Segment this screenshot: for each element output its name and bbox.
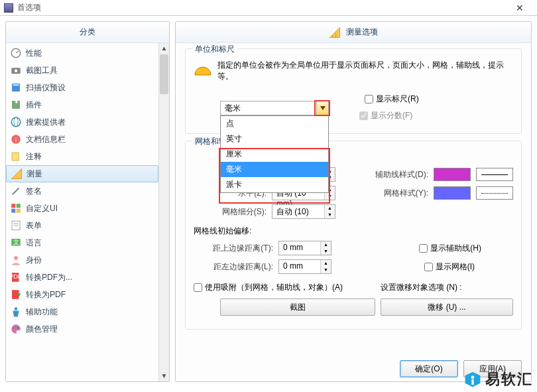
sidebar-item-9[interactable]: 自定义UI [6, 200, 158, 217]
nudge-label: 设置微移对象选项 (N) : [381, 282, 513, 293]
window-title: 首选项 [17, 2, 507, 13]
svg-point-27 [13, 327, 15, 328]
svg-rect-14 [11, 209, 15, 213]
scroll-track[interactable] [159, 95, 169, 371]
sidebar-item-16[interactable]: 颜色管理 [6, 320, 158, 338]
snap-checkbox[interactable]: 使用吸附（到网格，辅助线，对象）(A) [194, 282, 375, 293]
spin-up-icon[interactable]: ▲ [321, 241, 331, 248]
sidebar-item-3[interactable]: 插件 [6, 96, 158, 113]
guide-style-label: 辅助线样式(D): [375, 169, 428, 180]
sidebar-item-6[interactable]: 注释 [6, 148, 158, 165]
unit-dropdown[interactable]: 毫米 点英寸厘米毫米派卡 [220, 101, 329, 193]
spin-down-icon[interactable]: ▼ [321, 248, 331, 255]
spin-down-icon[interactable]: ▼ [325, 212, 335, 218]
left-offset-value: 0 mm [279, 260, 320, 273]
sidebar-item-8[interactable]: 签名 [6, 182, 158, 200]
sidebar-item-14[interactable]: 转换为PDF [6, 286, 158, 303]
watermark-logo-icon [464, 371, 481, 388]
top-offset-label: 距上边缘距离(T): [194, 243, 273, 254]
sub-value: 自动 (10) [272, 205, 324, 218]
grid-line-swatch[interactable] [476, 186, 513, 200]
guide-color-swatch[interactable] [434, 168, 471, 181]
sidebar-item-5[interactable]: i文档信息栏 [6, 131, 158, 148]
unit-option-1[interactable]: 英寸 [221, 131, 328, 147]
sidebar-item-13[interactable]: PDF转换PDF为... [6, 269, 158, 286]
unit-dropdown-field[interactable]: 毫米 [220, 101, 329, 115]
left-offset-label: 距左边缘距离(L): [194, 261, 273, 273]
options-content: 单位和标尺 指定的单位会被作为全局单位用于显示页面标尺，页面大小，网格，辅助线，… [176, 43, 531, 356]
svg-point-29 [17, 327, 19, 328]
offset-label: 网格线初始偏移: [194, 226, 251, 237]
sidebar-item-2[interactable]: 扫描仪预设 [6, 79, 158, 96]
unit-dropdown-value: 毫米 [221, 101, 316, 115]
scrollbar[interactable]: ▲ ▼ [158, 43, 169, 381]
sidebar-item-7[interactable]: 测量 [6, 165, 158, 182]
sidebar-item-15[interactable]: 辅助功能 [6, 303, 158, 320]
sidebar-item-0[interactable]: 性能 [6, 44, 158, 62]
sub-spinner[interactable]: 自动 (10)▲▼ [272, 204, 335, 219]
unit-option-0[interactable]: 点 [221, 116, 328, 131]
sidebar-item-4[interactable]: 搜索提供者 [6, 113, 158, 131]
svg-text:PDF: PDF [10, 273, 22, 280]
scroll-thumb[interactable] [160, 54, 168, 94]
show-guides-checkbox[interactable]: 显示辅助线(H) [419, 243, 481, 254]
svg-point-28 [15, 326, 17, 327]
scroll-up-icon[interactable]: ▲ [159, 43, 169, 54]
spin-up-icon[interactable]: ▲ [325, 205, 335, 212]
snap-label: 使用吸附（到网格，辅助线，对象）(A) [205, 282, 343, 293]
guide-line-swatch[interactable] [476, 168, 513, 181]
category-list: 性能截图工具扫描仪预设插件搜索提供者i文档信息栏注释测量签名自定义UI表单文语言… [6, 43, 158, 381]
globe-icon [10, 116, 22, 128]
svg-rect-15 [17, 209, 21, 213]
pdfout-icon: PDF [10, 271, 22, 283]
main-area: 分类 性能截图工具扫描仪预设插件搜索提供者i文档信息栏注释测量签名自定义UI表单… [0, 16, 537, 387]
sidebar-item-label: 测量 [27, 168, 42, 180]
category-header: 分类 [6, 22, 169, 43]
unit-option-4[interactable]: 派卡 [221, 177, 328, 192]
show-ruler-checkbox[interactable]: 显示标尺(R) [365, 94, 419, 105]
sidebar-item-1[interactable]: 截图工具 [6, 62, 158, 79]
nudge-button[interactable]: 微移 (U) ... [381, 298, 513, 316]
grid-color-swatch[interactable] [434, 186, 471, 200]
screenshot-button[interactable]: 截图 [220, 298, 375, 316]
spin-down-icon[interactable]: ▼ [321, 267, 331, 273]
category-header-label: 分类 [80, 27, 95, 38]
unit-dropdown-list: 点英寸厘米毫米派卡 [220, 115, 329, 193]
spin-down-icon[interactable]: ▼ [325, 193, 335, 200]
ruler-icon [11, 168, 23, 180]
scroll-down-icon[interactable]: ▼ [159, 371, 169, 381]
note-icon [10, 151, 22, 163]
chevron-down-icon[interactable] [316, 101, 328, 115]
sidebar-item-10[interactable]: 表单 [6, 217, 158, 234]
show-grid-checkbox[interactable]: 显示网格(I) [424, 261, 475, 273]
left-offset-spinner[interactable]: 0 mm▲▼ [278, 259, 331, 274]
units-desc: 指定的单位会被作为全局单位用于显示页面标尺，页面大小，网格，辅助线，提示等。 [217, 60, 513, 82]
unit-option-2[interactable]: 厘米 [221, 147, 328, 162]
pen-icon [10, 185, 22, 197]
close-icon[interactable]: ✕ [507, 3, 533, 13]
units-legend: 单位和标尺 [192, 44, 237, 55]
gauge-icon [10, 47, 22, 59]
spin-up-icon[interactable]: ▲ [321, 260, 331, 267]
svg-marker-11 [12, 169, 22, 179]
show-grid-label: 显示网格(I) [436, 261, 475, 273]
svg-text:i: i [15, 137, 17, 143]
scanner-icon [10, 82, 22, 94]
sidebar-item-label: 转换PDF为... [26, 272, 72, 283]
sidebar-item-label: 插件 [26, 99, 42, 111]
sidebar-item-11[interactable]: 文语言 [6, 234, 158, 251]
sidebar-item-12[interactable]: 身份 [6, 251, 158, 269]
grid-style-label: 网格样式(Y): [384, 188, 428, 199]
top-offset-value: 0 mm [279, 241, 320, 255]
ok-button[interactable]: 确定(O) [400, 360, 458, 377]
sidebar-item-label: 自定义UI [26, 203, 58, 214]
sidebar-item-label: 性能 [26, 48, 42, 59]
svg-marker-30 [330, 27, 340, 37]
unit-option-3[interactable]: 毫米 [221, 162, 328, 177]
sidebar-item-label: 语言 [26, 237, 42, 249]
options-header-label: 测量选项 [346, 27, 378, 38]
svg-point-3 [15, 70, 18, 73]
top-offset-spinner[interactable]: 0 mm▲▼ [278, 241, 331, 255]
svg-point-21 [14, 256, 18, 260]
show-fraction-checkbox: 显示分数(F) [359, 110, 412, 121]
